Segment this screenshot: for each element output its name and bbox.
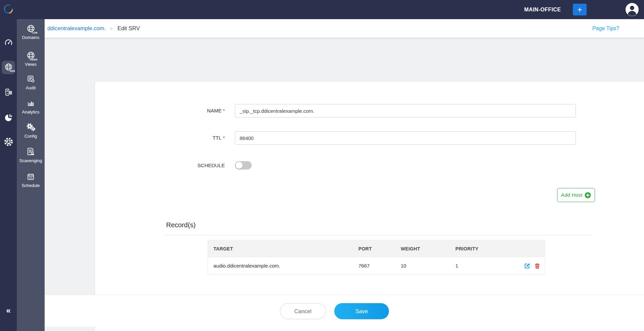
ttl-input[interactable] [235, 131, 576, 145]
page-background: NAME* TTL* SCHEDULE Add Host [45, 38, 644, 331]
col-weight: WEIGHT [401, 246, 455, 251]
sidebar-item-views[interactable]: VIEWS Views [17, 51, 45, 67]
page-title: Edit SRV [117, 25, 140, 32]
cancel-button[interactable]: Cancel [280, 303, 326, 319]
sidebar-item-label: Scavenging [17, 158, 45, 163]
ttl-label: TTL* [145, 131, 225, 145]
footer-action-bar: Cancel Save [45, 295, 644, 327]
analytics-icon [27, 103, 35, 108]
records-table: TARGET PORT WEIGHT PRIORITY audio.ddicen… [208, 240, 545, 274]
sidebar-item-scavenging[interactable]: Scavenging [17, 147, 45, 163]
dns-globe-icon: DNS [4, 63, 13, 73]
views-tag: VIEWS [29, 58, 38, 61]
col-target: TARGET [208, 246, 358, 251]
sidebar-item-label: Analytics [17, 109, 45, 114]
records-divider [164, 235, 593, 235]
sidebar-item-schedule[interactable]: Schedule [17, 173, 45, 188]
sidebar-item-config[interactable]: Config [17, 123, 45, 139]
audit-icon [27, 79, 35, 84]
cell-target: audio.ddicentralexample.com. [208, 263, 358, 269]
scavenging-icon [26, 151, 35, 157]
collapse-sidebar-icon[interactable]: « [0, 304, 17, 317]
dashboard-icon[interactable] [0, 38, 17, 47]
cell-priority: 1 [455, 263, 509, 269]
top-bar: MAIN-OFFICE + [0, 0, 644, 19]
sidebar-item-analytics[interactable]: Analytics [17, 99, 45, 114]
required-marker: * [223, 135, 225, 141]
required-marker: * [223, 108, 225, 113]
admin-settings-icon[interactable] [0, 137, 17, 147]
reports-icon[interactable] [0, 113, 17, 122]
name-label: NAME* [145, 104, 225, 117]
schedule-label: SCHEDULE [145, 161, 225, 170]
app-logo-icon [3, 3, 14, 16]
row-actions [524, 257, 541, 274]
records-heading: Record(s) [166, 221, 196, 229]
config-gears-icon [26, 127, 36, 133]
user-avatar[interactable] [626, 3, 639, 16]
sidebar-item-label: Domains [17, 35, 45, 40]
breadcrumb-bar: ddicentralexample.com. > Edit SRV Page T… [45, 19, 644, 38]
col-port: PORT [358, 246, 401, 251]
sidebar: COM Domains VIEWS Views Audit [17, 19, 45, 331]
cell-weight: 10 [401, 263, 455, 269]
sidebar-item-domains[interactable]: COM Domains [17, 24, 45, 40]
add-host-label: Add Host [561, 192, 583, 198]
domains-tag: COM [32, 32, 38, 34]
user-icon [626, 3, 639, 16]
sidebar-item-label: Audit [17, 85, 45, 90]
dns-nav-active[interactable]: DNS [2, 61, 15, 74]
sidebar-item-label: Config [17, 134, 45, 139]
breadcrumb-domain-link[interactable]: ddicentralexample.com. [47, 25, 106, 32]
col-priority: PRIORITY [455, 246, 509, 251]
add-button[interactable]: + [573, 4, 587, 15]
edit-record-icon[interactable] [524, 263, 531, 269]
records-table-header: TARGET PORT WEIGHT PRIORITY [208, 240, 545, 257]
name-input[interactable] [235, 104, 576, 117]
table-row: audio.ddicentralexample.com. 7667 10 1 [208, 257, 545, 274]
delete-record-icon[interactable] [534, 263, 541, 269]
schedule-calendar-icon [27, 176, 35, 182]
sidebar-item-label: Views [17, 62, 45, 67]
ipam-icon[interactable] [0, 88, 17, 96]
page-tips-link[interactable]: Page Tips? [592, 26, 619, 32]
save-button[interactable]: Save [334, 303, 389, 319]
sidebar-item-label: Schedule [17, 183, 45, 188]
toggle-knob [236, 162, 243, 169]
app-root: MAIN-OFFICE + [0, 0, 644, 331]
dns-tag: DNS [9, 70, 15, 72]
edit-srv-form-card: NAME* TTL* SCHEDULE Add Host [95, 82, 644, 331]
breadcrumb-separator: > [110, 26, 113, 31]
site-label: MAIN-OFFICE [524, 0, 561, 19]
plus-circle-icon [585, 192, 591, 198]
sidebar-item-audit[interactable]: Audit [17, 75, 45, 90]
domains-globe-icon: COM [27, 24, 35, 34]
add-host-button[interactable]: Add Host [557, 188, 595, 202]
cell-port: 7667 [358, 263, 401, 269]
icon-rail: DNS [0, 0, 17, 331]
views-globe-icon: VIEWS [27, 51, 35, 61]
schedule-toggle[interactable] [235, 161, 252, 170]
